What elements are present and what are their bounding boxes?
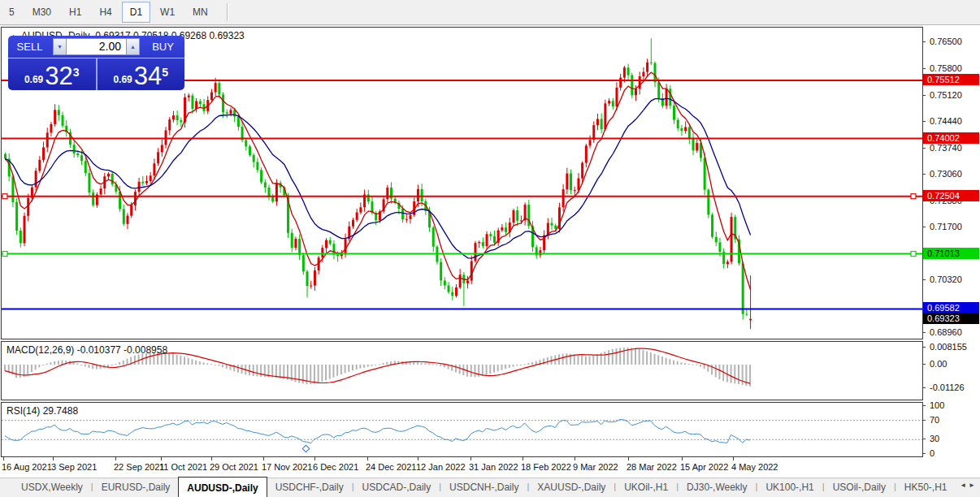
price-tick-label: 0.75800 [930,63,962,73]
macd-axis-label-tick [922,347,926,348]
tab-scroll-right-icon[interactable]: ► [969,482,978,489]
volume-increase-button[interactable]: ▲ [126,38,140,55]
volume-decrease-button[interactable]: ▼ [53,38,67,55]
macd-axis-label: -0.01126 [930,382,965,392]
rsi-indicator-panel[interactable]: RSI(14) 29.7488 [1,402,923,457]
time-axis-tick [575,457,575,460]
price-tick-label-tick [922,41,926,42]
volume-stepper: ▼ 2.00 ▲ [53,38,140,55]
buy-price-pip: 5 [162,66,168,79]
buy-price-main: 34 [134,64,162,88]
timeframe-button-mn[interactable]: MN [184,2,216,23]
volume-input[interactable]: 2.00 [67,38,126,55]
macd-axis-label-tick [922,387,926,388]
time-axis-tick [367,457,368,460]
macd-axis-label: 0.008155 [930,342,967,352]
time-axis-label: 15 Apr 2022 [680,462,728,472]
time-axis-tick [3,457,4,460]
level-price-badge: 0.74002 [923,132,979,144]
chart-tab-uk100[interactable]: UK100-,H1 [757,478,822,497]
chart-tab-usdchf[interactable]: USDCHF-,Daily [267,478,352,497]
level-price-badge: 0.71013 [923,248,979,259]
time-axis-tick [314,457,315,460]
price-tick-label: 0.74440 [930,116,962,126]
price-tick-label-tick [922,148,926,149]
chart-tab-xauusd[interactable]: XAUUSD-,Daily [529,478,614,497]
time-axis-label: 9 Mar 2022 [573,462,618,472]
chart-tab-audusd[interactable]: AUDUSD-,Daily [178,477,267,497]
price-tick-label: 0.73060 [930,169,962,179]
time-axis-tick [115,457,116,460]
price-tick-label: 0.75120 [930,90,962,100]
chart-tab-hk50[interactable]: HK50-,H1 [896,478,956,497]
rsi-label: RSI(14) 29.7488 [7,405,78,417]
toolbar-separator [227,3,228,21]
sell-price-pip: 3 [73,66,80,79]
tab-scroll-left-icon[interactable]: ◄ [960,482,969,489]
time-axis-label: 29 Oct 2021 [210,462,258,472]
price-tick-label-tick [922,174,926,175]
price-axis[interactable]: 0.765000.758000.751200.744400.737400.730… [923,25,980,477]
macd-indicator-panel[interactable]: MACD(12,26,9) -0.010377 -0.008958 [1,341,923,400]
chart-tab-usoil[interactable]: USOil-,Daily [825,478,894,497]
chart-tab-dj30[interactable]: DJ30-,Weekly [679,478,755,497]
time-axis-label: 12 Jan 2022 [416,462,466,472]
time-axis-tick [161,457,162,460]
buy-price-prefix: 0.69 [113,74,132,85]
price-tick-label-tick [922,227,926,227]
price-tick-label-tick [922,121,926,122]
time-axis-label: 18 Feb 2022 [521,462,571,472]
timeframe-button-h1[interactable]: H1 [61,2,89,23]
rsi-axis-label-tick [922,405,926,406]
sell-button[interactable]: SELL [8,41,51,53]
timeframe-button-w1[interactable]: W1 [152,2,183,23]
macd-axis-label: 0.00 [930,359,947,369]
buy-button[interactable]: BUY [141,41,184,53]
time-axis-label: 24 Dec 2021 [366,462,416,472]
time-axis-label: 17 Nov 2021 [262,462,312,472]
tab-scroll-arrows[interactable]: ◄► [960,482,978,489]
time-axis-label: 4 May 2022 [731,462,778,472]
chart-tab-usdcad[interactable]: USDCAD-,Daily [354,478,440,497]
sell-price-display[interactable]: 0.69 32 3 [8,58,98,90]
price-tick-label-tick [922,332,926,333]
sell-price-prefix: 0.69 [24,74,43,85]
rsi-axis-label-tick [922,453,926,454]
macd-label: MACD(12,26,9) -0.010377 -0.008958 [7,344,167,356]
time-axis-label: 6 Dec 2021 [313,462,358,472]
rsi-axis-label: 70 [930,415,939,425]
timeframe-button-m30[interactable]: M30 [24,2,59,23]
time-axis-tick [470,457,471,460]
price-tick-label: 0.73740 [930,143,962,153]
price-tick-label-tick [922,95,926,96]
price-tick-label: 0.76500 [930,37,962,46]
chart-tab-usdcnh[interactable]: USDCNH-,Daily [441,478,527,497]
time-axis-tick [523,457,523,460]
price-tick-label: 0.71700 [930,222,962,231]
buy-price-display[interactable]: 0.69 34 5 [98,58,185,90]
price-tick-label-tick [922,68,926,69]
timeframe-button-h4[interactable]: H4 [91,2,119,23]
time-axis[interactable]: 16 Aug 20213 Sep 202122 Sep 202111 Oct 2… [0,457,980,478]
macd-axis-label-tick [922,364,926,365]
chart-tab-usdx[interactable]: USDX,Weekly [13,478,91,497]
time-axis-tick [53,457,54,460]
time-axis-tick [211,457,212,460]
price-tick-label: 0.70320 [930,274,962,284]
chart-tab-eurusd[interactable]: EURUSD-,Daily [93,478,179,497]
timeframe-button-d1[interactable]: D1 [122,2,150,23]
rsi-axis-label: 30 [930,434,939,443]
last-price-badge: 0.69323 [923,313,979,324]
chart-tab-bar: USDX,Weekly|EURUSD-,DailyAUDUSD-,DailyUS… [0,478,980,497]
time-axis-label: 28 Mar 2022 [627,462,677,472]
price-tick-label-tick [922,279,926,280]
time-axis-tick [628,457,629,460]
timeframe-button-5[interactable]: 5 [1,2,23,23]
price-tick-label: 0.68960 [930,327,962,337]
time-axis-tick [418,457,418,460]
time-axis-tick [682,457,683,460]
sell-price-main: 32 [45,64,72,88]
time-axis-tick [263,457,264,460]
time-axis-label: 16 Aug 2021 [2,462,52,472]
chart-tab-ukoil[interactable]: UKOil-,H1 [616,478,676,497]
